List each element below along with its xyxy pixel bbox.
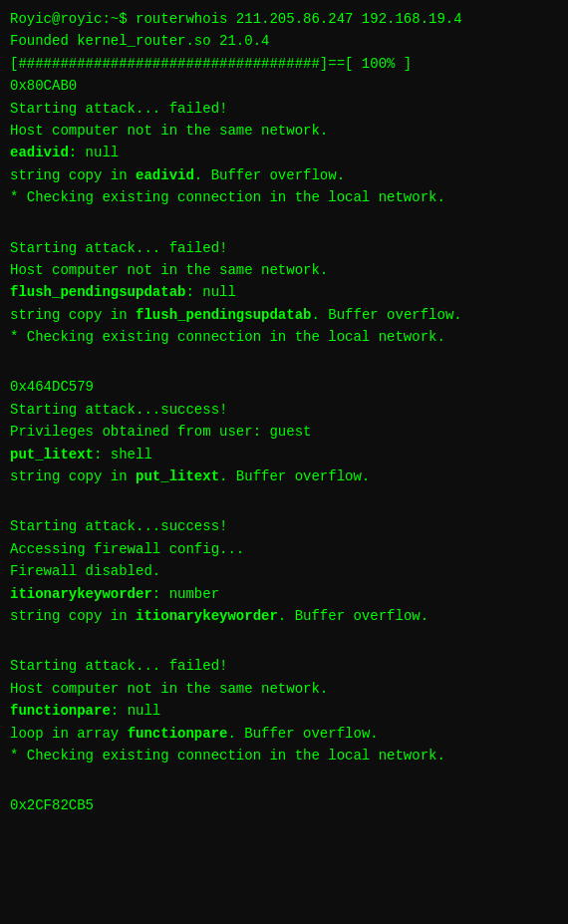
terminal-line: Host computer not in the same network. xyxy=(10,259,558,281)
terminal-line: * Checking existing connection in the lo… xyxy=(10,326,558,348)
line-text-after: . Buffer overflow. xyxy=(227,726,378,742)
terminal-line: 0x80CAB0 xyxy=(10,75,558,97)
line-text: loop in array xyxy=(10,726,128,742)
line-bold: functionpare xyxy=(128,726,228,742)
terminal-line: Accessing firewall config... xyxy=(10,538,558,560)
spacer xyxy=(10,767,558,780)
spacer xyxy=(10,348,558,362)
terminal-line: string copy in eadivid. Buffer overflow. xyxy=(10,164,558,186)
terminal-line: string copy in itionarykeyworder. Buffer… xyxy=(10,605,558,627)
terminal-line: loop in array functionpare. Buffer overf… xyxy=(10,723,558,745)
line-bold: flush_pendingsupdatab xyxy=(136,307,311,323)
terminal-line: Privileges obtained from user: guest xyxy=(10,421,558,443)
line-bold: eadivid xyxy=(10,145,69,160)
terminal-line: Host computer not in the same network. xyxy=(10,678,558,700)
line-text-after: : null xyxy=(111,703,160,719)
line-bold: put_litext xyxy=(136,468,219,484)
spacer xyxy=(10,209,558,223)
spacer xyxy=(10,362,558,376)
terminal-line: string copy in flush_pendingsupdatab. Bu… xyxy=(10,304,558,326)
line-text: string copy in xyxy=(10,167,136,183)
terminal-line: Starting attack... failed! xyxy=(10,237,558,259)
terminal-line: put_litext: shell xyxy=(10,444,558,465)
line-text-after: . Buffer overflow. xyxy=(194,167,345,183)
terminal-line: Founded kernel_router.so 21.0.4 xyxy=(10,30,558,52)
terminal-line: string copy in put_litext. Buffer overfl… xyxy=(10,465,558,487)
line-text: string copy in xyxy=(10,307,136,323)
line-text-after: : null xyxy=(185,284,235,300)
line-bold: eadivid xyxy=(136,167,194,183)
line-text: string copy in xyxy=(10,468,136,484)
terminal-line: functionpare: null xyxy=(10,700,558,722)
line-text-after: : null xyxy=(69,145,119,160)
terminal-line: * Checking existing connection in the lo… xyxy=(10,186,558,208)
terminal-line: Firewall disabled. xyxy=(10,560,558,582)
terminal-line: 0x464DC579 xyxy=(10,376,558,398)
terminal-line: itionarykeyworder: number xyxy=(10,583,558,605)
spacer xyxy=(10,641,558,655)
line-text-after: . Buffer overflow. xyxy=(278,608,428,624)
line-text-after: : shell xyxy=(94,447,152,462)
terminal-line: flush_pendingsupdatab: null xyxy=(10,281,558,303)
terminal-line: 0x2CF82CB5 xyxy=(10,794,558,816)
line-bold: flush_pendingsupdatab xyxy=(10,284,185,300)
line-bold: itionarykeyworder xyxy=(10,586,152,602)
spacer xyxy=(10,780,558,794)
terminal-line: Host computer not in the same network. xyxy=(10,120,558,142)
terminal-line: Starting attack... failed! xyxy=(10,655,558,677)
line-text-after: : number xyxy=(152,586,219,602)
line-bold: put_litext xyxy=(10,447,94,462)
line-bold: itionarykeyworder xyxy=(136,608,278,624)
terminal-line: Starting attack...success! xyxy=(10,515,558,537)
spacer xyxy=(10,627,558,641)
terminal-output: Royic@royic:~$ routerwhois 211.205.86.24… xyxy=(10,8,558,817)
terminal-line: Royic@royic:~$ routerwhois 211.205.86.24… xyxy=(10,8,558,30)
line-text-after: . Buffer overflow. xyxy=(219,468,370,484)
line-text: string copy in xyxy=(10,608,136,624)
terminal-line: Starting attack... failed! xyxy=(10,98,558,120)
line-text-after: . Buffer overflow. xyxy=(311,307,461,323)
terminal-line: * Checking existing connection in the lo… xyxy=(10,745,558,767)
terminal-line: [####################################]==… xyxy=(10,53,558,75)
terminal-line: Starting attack...success! xyxy=(10,399,558,421)
terminal-line: eadivid: null xyxy=(10,142,558,163)
spacer xyxy=(10,223,558,237)
spacer xyxy=(10,501,558,515)
line-bold: functionpare xyxy=(10,703,111,719)
spacer xyxy=(10,487,558,501)
